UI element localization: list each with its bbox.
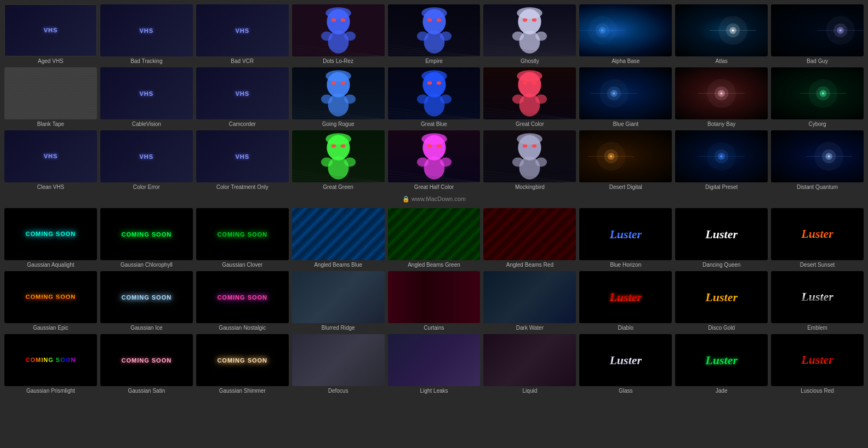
- main-grid: VHSAged VHSVHSBad TrackingVHSBad VCR Dot…: [0, 0, 868, 398]
- item-label-great-blue: Great Blue: [388, 121, 481, 127]
- grid-item-distant-quantum[interactable]: Distant Quantum: [771, 130, 864, 190]
- thumbnail-blurred-ridge: [292, 271, 385, 323]
- grid-item-light-leaks[interactable]: Light Leaks: [388, 334, 481, 394]
- thumbnail-luscious-red: Luster: [771, 334, 864, 386]
- grid-item-atlas[interactable]: Atlas: [675, 4, 768, 64]
- thumbnail-gaussian-nostalgic: COMING SOON: [196, 271, 289, 323]
- grid-item-gaussian-aqualight[interactable]: COMING SOONGaussian Aqualight: [4, 208, 97, 268]
- grid-item-cyborg[interactable]: Cyborg: [771, 67, 864, 127]
- grid-item-blurred-ridge[interactable]: Blurred Ridge: [292, 271, 385, 331]
- thumbnail-gaussian-clover: COMING SOON: [196, 208, 289, 260]
- grid-item-gaussian-chlorophyll[interactable]: COMING SOONGaussian Chlorophyll: [100, 208, 193, 268]
- grid-item-ghostly[interactable]: Ghostly: [483, 4, 576, 64]
- grid-item-emblem[interactable]: LusterEmblem: [771, 271, 864, 331]
- svg-point-82: [535, 95, 547, 104]
- thumbnail-botany-bay: [675, 67, 768, 119]
- item-label-blue-giant: Blue Giant: [579, 121, 672, 127]
- thumbnail-gaussian-shimmer: COMING SOON: [196, 334, 289, 386]
- grid-item-empire[interactable]: Empire: [388, 4, 481, 64]
- grid-item-gaussian-shimmer[interactable]: COMING SOONGaussian Shimmer: [196, 334, 289, 394]
- svg-point-77: [523, 81, 527, 84]
- grid-item-dots-lo-rez[interactable]: Dots Lo-Rez: [292, 4, 385, 64]
- thumbnail-empire: [388, 4, 481, 56]
- empty-space: [771, 193, 864, 205]
- grid-item-great-half-color[interactable]: Great Half Color: [388, 130, 481, 190]
- item-label-empire: Empire: [388, 58, 481, 64]
- item-label-atlas: Atlas: [675, 58, 768, 64]
- grid-item-bad-tracking[interactable]: VHSBad Tracking: [100, 4, 193, 64]
- grid-item-dark-water[interactable]: Dark Water: [483, 271, 576, 331]
- grid-item-mockingbird[interactable]: Mockingbird: [483, 130, 576, 190]
- svg-point-120: [416, 158, 428, 167]
- item-label-light-leaks: Light Leaks: [388, 388, 481, 394]
- item-label-gaussian-epic: Gaussian Epic: [4, 325, 97, 331]
- svg-point-78: [532, 81, 536, 84]
- svg-point-117: [436, 144, 441, 147]
- grid-item-liquid[interactable]: Liquid: [483, 334, 576, 394]
- item-label-curtains: Curtains: [388, 325, 481, 331]
- item-label-alpha-base: Alpha Base: [579, 58, 672, 64]
- svg-point-66: [436, 81, 441, 84]
- grid-item-gaussian-epic[interactable]: COMING SOONGaussian Epic: [4, 271, 97, 331]
- grid-item-great-color[interactable]: Great Color: [483, 67, 576, 127]
- grid-item-diablo[interactable]: LusterDiablo: [579, 271, 672, 331]
- svg-point-70: [440, 95, 452, 104]
- grid-item-blue-horizon[interactable]: LusterBlue Horizon: [579, 208, 672, 268]
- grid-item-gaussian-prismlight[interactable]: COMING SOONGaussian Prismlight: [4, 334, 97, 394]
- item-label-emblem: Emblem: [771, 325, 864, 331]
- grid-item-desert-digital[interactable]: Desert Digital: [579, 130, 672, 190]
- grid-item-clean-vhs[interactable]: VHSClean VHS: [4, 130, 97, 190]
- grid-item-color-error[interactable]: VHSColor Error: [100, 130, 193, 190]
- grid-item-disco-gold[interactable]: LusterDisco Gold: [675, 271, 768, 331]
- thumbnail-alpha-base: [579, 4, 672, 56]
- grid-item-angled-beams-green[interactable]: Angled Beams Green: [388, 208, 481, 268]
- grid-item-bad-vcr[interactable]: VHSBad VCR: [196, 4, 289, 64]
- grid-item-digital-preset[interactable]: Digital Preset: [675, 130, 768, 190]
- thumbnail-bad-vcr: VHS: [196, 4, 289, 56]
- grid-item-desert-sunset[interactable]: LusterDesert Sunset: [771, 208, 864, 268]
- item-label-blurred-ridge: Blurred Ridge: [292, 325, 385, 331]
- grid-item-alpha-base[interactable]: Alpha Base: [579, 4, 672, 64]
- grid-item-blue-giant[interactable]: Blue Giant: [579, 67, 672, 127]
- item-label-defocus: Defocus: [292, 388, 385, 394]
- grid-item-curtains[interactable]: Curtains: [388, 271, 481, 331]
- grid-item-going-rogue[interactable]: Going Rogue: [292, 67, 385, 127]
- svg-point-65: [427, 81, 431, 84]
- item-label-liquid: Liquid: [483, 388, 576, 394]
- svg-point-133: [535, 158, 547, 167]
- thumbnail-cablevision: VHS: [100, 67, 193, 119]
- grid-item-color-treatment[interactable]: VHSColor Treatment Only: [196, 130, 289, 190]
- grid-item-defocus[interactable]: Defocus: [292, 334, 385, 394]
- grid-item-bad-guy[interactable]: Bad Guy: [771, 4, 864, 64]
- grid-item-botany-bay[interactable]: Botany Bay: [675, 67, 768, 127]
- svg-point-31: [535, 32, 547, 41]
- grid-item-gaussian-clover[interactable]: COMING SOONGaussian Clover: [196, 208, 289, 268]
- thumbnail-angled-beams-green: [388, 208, 481, 260]
- grid-item-blank-tape[interactable]: VHSBlank Tape: [4, 67, 97, 127]
- svg-point-30: [512, 32, 524, 41]
- item-label-gaussian-aqualight: Gaussian Aqualight: [4, 262, 97, 268]
- thumbnail-angled-beams-red: [483, 208, 576, 260]
- grid-item-glass[interactable]: LusterGlass: [579, 334, 672, 394]
- thumbnail-liquid: [483, 334, 576, 386]
- thumbnail-dark-water: [483, 271, 576, 323]
- grid-item-gaussian-ice[interactable]: COMING SOONGaussian Ice: [100, 271, 193, 331]
- thumbnail-color-error: VHS: [100, 130, 193, 182]
- grid-item-cablevision[interactable]: VHSCableVision: [100, 67, 193, 127]
- grid-item-aged-vhs[interactable]: VHSAged VHS: [4, 4, 97, 64]
- grid-item-luscious-red[interactable]: LusterLuscious Red: [771, 334, 864, 394]
- svg-point-2: [331, 18, 335, 21]
- grid-item-gaussian-satin[interactable]: COMING SOONGaussian Satin: [100, 334, 193, 394]
- grid-item-camcorder[interactable]: VHSCamcorder: [196, 67, 289, 127]
- item-label-dots-lo-rez: Dots Lo-Rez: [292, 58, 385, 64]
- grid-item-angled-beams-blue[interactable]: Angled Beams Blue: [292, 208, 385, 268]
- grid-item-angled-beams-red[interactable]: Angled Beams Red: [483, 208, 576, 268]
- grid-item-gaussian-nostalgic[interactable]: COMING SOONGaussian Nostalgic: [196, 271, 289, 331]
- svg-point-16: [421, 7, 447, 19]
- grid-item-great-blue[interactable]: Great Blue: [388, 67, 481, 127]
- grid-item-jade[interactable]: LusterJade: [675, 334, 768, 394]
- svg-point-7: [344, 32, 356, 41]
- svg-point-106: [326, 133, 351, 145]
- grid-item-dancing-queen[interactable]: LusterDancing Queen: [675, 208, 768, 268]
- grid-item-great-green[interactable]: Great Green: [292, 130, 385, 190]
